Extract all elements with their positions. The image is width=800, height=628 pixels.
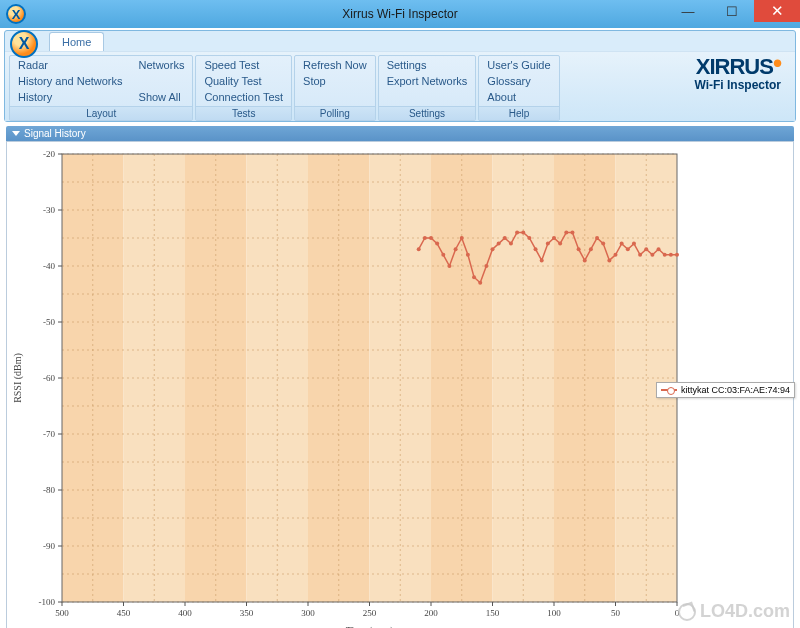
- svg-point-98: [527, 236, 531, 240]
- svg-point-87: [460, 236, 464, 240]
- svg-point-91: [484, 264, 488, 268]
- layout-history[interactable]: History: [14, 89, 127, 105]
- svg-point-81: [423, 236, 427, 240]
- svg-point-92: [491, 247, 495, 251]
- svg-point-102: [552, 236, 556, 240]
- svg-point-120: [663, 253, 667, 257]
- svg-point-113: [620, 242, 624, 246]
- window-titlebar: X Xirrus Wi-Fi Inspector — ☐ ✕: [0, 0, 800, 28]
- svg-text:-100: -100: [39, 597, 56, 607]
- svg-text:-80: -80: [43, 485, 55, 495]
- svg-point-86: [454, 247, 458, 251]
- ribbon-group-help: User's Guide Glossary About Help: [478, 55, 559, 121]
- svg-text:-30: -30: [43, 205, 55, 215]
- svg-text:500: 500: [55, 608, 69, 618]
- ribbon-group-tests: Speed Test Quality Test Connection Test …: [195, 55, 292, 121]
- svg-text:400: 400: [178, 608, 192, 618]
- group-label-help: Help: [479, 106, 558, 120]
- svg-point-112: [614, 253, 618, 257]
- svg-point-105: [570, 230, 574, 234]
- svg-point-121: [669, 253, 673, 257]
- help-glossary[interactable]: Glossary: [483, 73, 554, 89]
- polling-refresh[interactable]: Refresh Now: [299, 57, 371, 73]
- settings-settings[interactable]: Settings: [383, 57, 472, 73]
- layout-radar[interactable]: Radar: [14, 57, 127, 73]
- svg-point-90: [478, 281, 482, 285]
- chart-legend[interactable]: kittykat CC:03:FA:AE:74:94: [656, 382, 795, 398]
- svg-point-122: [675, 253, 679, 257]
- svg-point-106: [577, 247, 581, 251]
- polling-stop[interactable]: Stop: [299, 73, 371, 89]
- panel-header-signal-history[interactable]: Signal History: [6, 126, 794, 141]
- svg-text:50: 50: [611, 608, 621, 618]
- panel-title: Signal History: [24, 128, 86, 139]
- group-label-settings: Settings: [379, 106, 476, 120]
- watermark: LO4D.com: [678, 601, 790, 622]
- tests-quality[interactable]: Quality Test: [200, 73, 287, 89]
- svg-point-117: [644, 247, 648, 251]
- svg-point-108: [589, 247, 593, 251]
- help-about[interactable]: About: [483, 89, 554, 105]
- layout-networks[interactable]: Networks: [135, 57, 189, 73]
- legend-swatch-icon: [661, 389, 677, 391]
- watermark-icon: [678, 603, 696, 621]
- svg-text:-50: -50: [43, 317, 55, 327]
- svg-text:350: 350: [240, 608, 254, 618]
- svg-point-104: [564, 230, 568, 234]
- svg-text:450: 450: [117, 608, 131, 618]
- svg-point-103: [558, 242, 562, 246]
- signal-history-chart[interactable]: -20-30-40-50-60-70-80-90-100500450400350…: [7, 142, 687, 628]
- svg-text:-70: -70: [43, 429, 55, 439]
- svg-point-116: [638, 253, 642, 257]
- tests-speed[interactable]: Speed Test: [200, 57, 287, 73]
- group-label-layout: Layout: [10, 106, 192, 120]
- settings-export[interactable]: Export Networks: [383, 73, 472, 89]
- svg-text:-90: -90: [43, 541, 55, 551]
- svg-point-88: [466, 253, 470, 257]
- minimize-button[interactable]: —: [666, 0, 710, 22]
- svg-point-99: [534, 247, 538, 251]
- svg-point-118: [650, 253, 654, 257]
- svg-point-82: [429, 236, 433, 240]
- svg-point-114: [626, 247, 630, 251]
- svg-point-93: [497, 242, 501, 246]
- svg-text:-60: -60: [43, 373, 55, 383]
- svg-point-107: [583, 258, 587, 262]
- svg-text:RSSI (dBm): RSSI (dBm): [12, 353, 24, 403]
- help-guide[interactable]: User's Guide: [483, 57, 554, 73]
- svg-point-100: [540, 258, 544, 262]
- watermark-text: LO4D.com: [700, 601, 790, 622]
- window-title: Xirrus Wi-Fi Inspector: [342, 7, 457, 21]
- svg-point-109: [595, 236, 599, 240]
- ribbon-group-layout: Radar History and Networks History Netwo…: [9, 55, 193, 121]
- svg-point-89: [472, 275, 476, 279]
- chevron-down-icon: [12, 131, 20, 136]
- svg-point-84: [441, 253, 445, 257]
- close-button[interactable]: ✕: [754, 0, 800, 22]
- group-label-tests: Tests: [196, 106, 291, 120]
- svg-point-95: [509, 242, 513, 246]
- svg-text:250: 250: [363, 608, 377, 618]
- app-orb-button[interactable]: X: [10, 30, 38, 58]
- maximize-button[interactable]: ☐: [710, 0, 754, 22]
- tab-home[interactable]: Home: [49, 32, 104, 52]
- svg-point-101: [546, 242, 550, 246]
- app-icon: X: [6, 4, 26, 24]
- brand-name: XIRRUS•: [694, 56, 781, 78]
- layout-show-all[interactable]: Show All: [135, 89, 189, 105]
- svg-point-115: [632, 242, 636, 246]
- brand-logo: XIRRUS• Wi-Fi Inspector: [694, 56, 781, 92]
- svg-point-83: [435, 242, 439, 246]
- svg-point-119: [657, 247, 661, 251]
- chart-area[interactable]: -20-30-40-50-60-70-80-90-100500450400350…: [6, 141, 794, 628]
- brand-sub: Wi-Fi Inspector: [694, 78, 781, 92]
- svg-text:-20: -20: [43, 149, 55, 159]
- svg-text:300: 300: [301, 608, 315, 618]
- layout-history-networks[interactable]: History and Networks: [14, 73, 127, 89]
- svg-text:150: 150: [486, 608, 500, 618]
- legend-label: kittykat CC:03:FA:AE:74:94: [681, 385, 790, 395]
- tests-connection[interactable]: Connection Test: [200, 89, 287, 105]
- svg-point-80: [417, 247, 421, 251]
- svg-point-96: [515, 230, 519, 234]
- svg-text:-40: -40: [43, 261, 55, 271]
